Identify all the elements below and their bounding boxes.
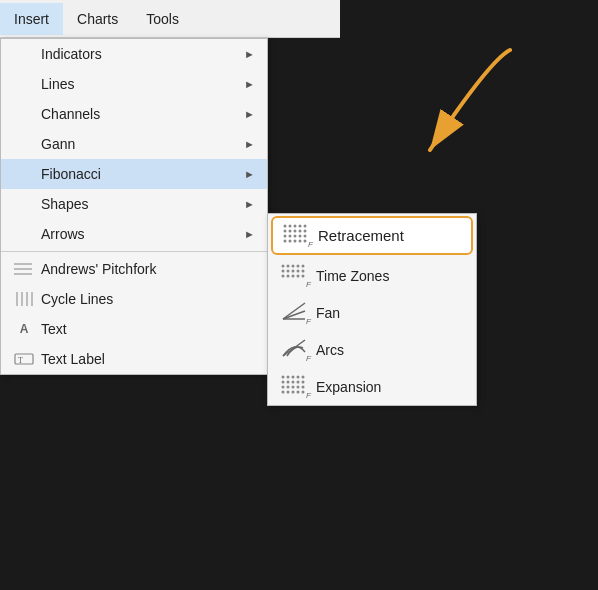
channels-arrow: ► [244,108,255,120]
shapes-arrow: ► [244,198,255,210]
arrows-arrow: ► [244,228,255,240]
svg-line-44 [283,303,305,319]
fan-label: Fan [316,305,340,321]
textlabel-icon: T [13,352,35,366]
svg-point-36 [292,270,295,273]
svg-point-15 [289,230,292,233]
menubar-item-tools[interactable]: Tools [132,3,193,35]
svg-point-64 [287,391,290,394]
menu-item-cycle-lines[interactable]: Cycle Lines [1,284,267,314]
menu-item-andrews-pitchfork[interactable]: Andrews' Pitchfork [1,254,267,284]
svg-point-58 [282,386,285,389]
text-icon: A [13,322,35,336]
shapes-label: Shapes [41,196,244,212]
timezones-label: Time Zones [316,268,389,284]
svg-point-42 [297,275,300,278]
menu-item-text-label[interactable]: T Text Label [1,344,267,374]
fibonacci-label: Fibonacci [41,166,244,182]
svg-line-45 [283,311,305,319]
svg-point-17 [299,230,302,233]
svg-point-10 [289,225,292,228]
svg-point-33 [302,265,305,268]
submenu-item-retracement[interactable]: F Retracement [271,216,473,255]
svg-point-39 [282,275,285,278]
svg-point-63 [282,391,285,394]
svg-point-20 [289,235,292,238]
svg-point-66 [297,391,300,394]
svg-point-13 [304,225,307,228]
gann-arrow: ► [244,138,255,150]
svg-point-59 [287,386,290,389]
text-label: Text [41,321,255,337]
menu-item-text[interactable]: A Text [1,314,267,344]
svg-point-38 [302,270,305,273]
fibonacci-submenu: F Retracement [267,213,477,406]
cyclelines-label: Cycle Lines [41,291,255,307]
submenu-item-arcs[interactable]: F Arcs [268,331,476,368]
svg-point-31 [292,265,295,268]
fibonacci-arrow: ► [244,168,255,180]
svg-point-57 [302,381,305,384]
menubar: Insert Charts Tools [0,0,340,38]
menu-item-fibonacci[interactable]: Fibonacci ► [1,159,267,189]
retracement-label: Retracement [318,227,404,244]
svg-point-16 [294,230,297,233]
channels-label: Channels [41,106,244,122]
arrows-label: Arrows [41,226,244,242]
svg-point-28 [304,240,307,243]
svg-point-9 [284,225,287,228]
indicators-arrow: ► [244,48,255,60]
timezones-icon: F [280,264,308,287]
menu-item-arrows[interactable]: Arrows ► [1,219,267,249]
svg-point-67 [302,391,305,394]
menu-item-channels[interactable]: Channels ► [1,99,267,129]
submenu-item-expansion[interactable]: F Expansion [268,368,476,405]
arcs-label: Arcs [316,342,344,358]
svg-point-19 [284,235,287,238]
svg-point-48 [282,376,285,379]
svg-point-52 [302,376,305,379]
menu-item-shapes[interactable]: Shapes ► [1,189,267,219]
submenu-item-fan[interactable]: F Fan [268,294,476,331]
svg-point-65 [292,391,295,394]
lines-arrow: ► [244,78,255,90]
textlabel-label: Text Label [41,351,255,367]
pitchfork-icon [13,262,35,276]
svg-point-35 [287,270,290,273]
expansion-icon: F [280,375,308,398]
svg-point-30 [287,265,290,268]
svg-point-43 [302,275,305,278]
menubar-item-insert[interactable]: Insert [0,3,63,35]
svg-point-53 [282,381,285,384]
svg-point-11 [294,225,297,228]
arrow-annotation [330,30,550,230]
svg-point-61 [297,386,300,389]
retracement-icon: F [282,224,310,247]
expansion-label: Expansion [316,379,381,395]
svg-point-23 [304,235,307,238]
svg-point-56 [297,381,300,384]
svg-point-12 [299,225,302,228]
svg-point-60 [292,386,295,389]
svg-point-18 [304,230,307,233]
svg-point-34 [282,270,285,273]
submenu-item-timezones[interactable]: F Time Zones [268,257,476,294]
svg-point-14 [284,230,287,233]
svg-point-49 [287,376,290,379]
menubar-item-charts[interactable]: Charts [63,3,132,35]
svg-point-50 [292,376,295,379]
svg-point-62 [302,386,305,389]
gann-label: Gann [41,136,244,152]
svg-point-24 [284,240,287,243]
svg-point-25 [289,240,292,243]
svg-point-26 [294,240,297,243]
fan-icon: F [280,301,308,324]
menu-item-indicators[interactable]: Indicators ► [1,39,267,69]
svg-point-54 [287,381,290,384]
cyclelines-icon [13,292,35,306]
svg-point-29 [282,265,285,268]
svg-point-40 [287,275,290,278]
menu-item-lines[interactable]: Lines ► [1,69,267,99]
insert-dropdown: Indicators ► Lines ► Channels ► Gann ► F… [0,38,268,375]
menu-item-gann[interactable]: Gann ► [1,129,267,159]
